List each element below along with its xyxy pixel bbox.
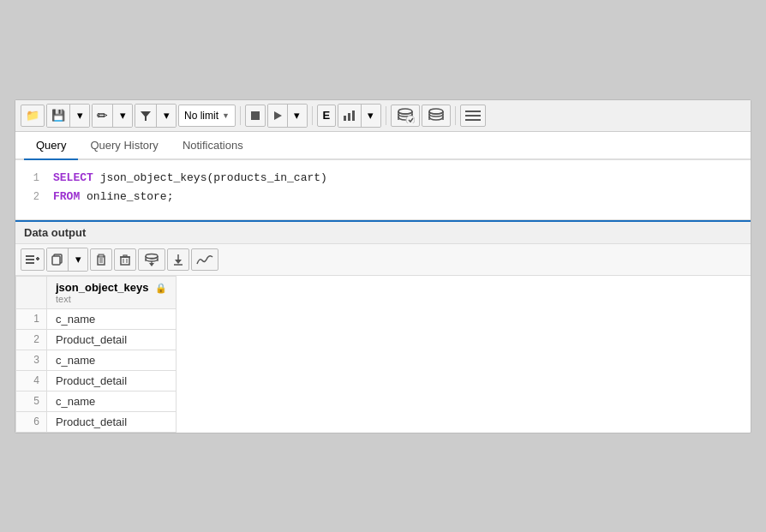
menu-lines-button[interactable]: [460, 105, 486, 127]
line-num-1: 1: [27, 170, 39, 187]
stop-icon: [250, 111, 260, 121]
col-name: json_object_keys: [56, 281, 148, 294]
sql-editor[interactable]: 1 SELECT json_object_keys(products_in_ca…: [15, 160, 751, 220]
main-window: 📁 💾 ▾ ✏ ▾ ▾ No limit ▼: [15, 99, 751, 433]
graph-icon: [196, 254, 213, 266]
explain-button[interactable]: E: [317, 105, 336, 127]
lock-icon: 🔒: [155, 283, 167, 293]
data-table: json_object_keys 🔒 text 1c_name2Product_…: [15, 276, 177, 433]
svg-rect-13: [477, 115, 481, 117]
table-row: 2Product_detail: [16, 329, 177, 350]
run-group: ▾: [267, 104, 308, 128]
db-stack2-icon: [427, 108, 446, 123]
row-number: 5: [16, 391, 47, 411]
tab-notifications[interactable]: Notifications: [171, 132, 255, 160]
svg-rect-3: [344, 116, 346, 121]
copy-button[interactable]: [47, 248, 69, 271]
svg-rect-23: [99, 254, 104, 257]
edit-dropdown-button[interactable]: ▾: [113, 105, 132, 127]
svg-marker-34: [149, 263, 154, 266]
db-stack1-button[interactable]: [391, 105, 420, 127]
copy-icon: [51, 254, 63, 266]
col-type: text: [56, 294, 167, 304]
filter-button[interactable]: [135, 105, 157, 127]
line-1-code: json_object_keys(products_in_cart): [100, 171, 327, 184]
chart-button[interactable]: [338, 105, 362, 127]
paste-icon: [95, 254, 107, 266]
data-table-container: json_object_keys 🔒 text 1c_name2Product_…: [15, 276, 751, 433]
svg-rect-27: [121, 257, 129, 265]
save-group: 💾 ▾: [46, 104, 90, 128]
run-icon: [272, 111, 283, 121]
tab-bar: Query Query History Notifications: [15, 132, 751, 160]
line-1-content: SELECT json_object_keys(products_in_cart…: [53, 169, 327, 188]
keyword-select: SELECT: [53, 171, 93, 184]
chart-icon: [343, 110, 356, 122]
svg-rect-29: [123, 255, 127, 257]
table-row: 4Product_detail: [16, 370, 177, 391]
menu-lines-icon: [465, 110, 481, 122]
table-header-row: json_object_keys 🔒 text: [16, 276, 177, 308]
delete-button[interactable]: [114, 248, 136, 271]
edit-group: ✏ ▾: [92, 104, 133, 128]
table-cell: c_name: [47, 391, 177, 411]
svg-rect-12: [477, 111, 481, 112]
separator-3: [386, 106, 386, 125]
stop-button[interactable]: [245, 105, 266, 127]
open-folder-button[interactable]: 📁: [21, 105, 45, 127]
save-dropdown-button[interactable]: ▾: [70, 105, 89, 127]
limit-dropdown[interactable]: No limit ▼: [178, 105, 236, 127]
editor-line-2: 2 FROM online_store;: [27, 188, 739, 206]
keyword-from: FROM: [53, 190, 80, 203]
table-row: 1c_name: [16, 308, 177, 329]
row-number: 3: [16, 350, 47, 370]
tab-query-history[interactable]: Query History: [78, 132, 170, 160]
db-import-button[interactable]: [138, 248, 165, 271]
db-import-icon: [143, 253, 160, 266]
svg-rect-4: [348, 113, 350, 121]
table-row: 6Product_detail: [16, 411, 177, 432]
row-number: 2: [16, 329, 47, 350]
edit-button[interactable]: ✏: [93, 105, 113, 127]
filter-dropdown-button[interactable]: ▾: [157, 105, 176, 127]
svg-marker-36: [175, 260, 182, 264]
svg-rect-5: [352, 111, 355, 121]
table-cell: Product_detail: [47, 329, 177, 350]
col-header-json-object-keys[interactable]: json_object_keys 🔒 text: [47, 276, 177, 308]
run-button[interactable]: [268, 105, 288, 127]
table-row: 5c_name: [16, 391, 177, 411]
save-button[interactable]: 💾: [47, 105, 70, 127]
run-dropdown-button[interactable]: ▾: [288, 105, 307, 127]
filter-icon: [140, 110, 152, 122]
db-stack1-icon: [396, 108, 415, 123]
line-2-code: online_store;: [87, 190, 173, 203]
row-number: 1: [16, 308, 47, 329]
graph-button[interactable]: [191, 248, 218, 271]
db-stack2-button[interactable]: [422, 105, 451, 127]
row-num-header: [16, 276, 47, 308]
table-cell: c_name: [47, 350, 177, 370]
main-toolbar: 📁 💾 ▾ ✏ ▾ ▾ No limit ▼: [15, 100, 751, 132]
paste-button[interactable]: [90, 248, 112, 271]
copy-group: ▾: [46, 248, 88, 272]
limit-caret-icon: ▼: [222, 111, 230, 120]
add-row-button[interactable]: [21, 248, 45, 271]
svg-rect-14: [477, 119, 481, 121]
line-num-2: 2: [27, 188, 39, 206]
copy-dropdown-button[interactable]: ▾: [69, 248, 87, 271]
download-button[interactable]: [167, 248, 189, 271]
chart-dropdown-button[interactable]: ▾: [362, 105, 380, 127]
svg-rect-16: [26, 259, 34, 260]
tab-query[interactable]: Query: [24, 132, 78, 160]
svg-rect-1: [251, 111, 260, 120]
delete-icon: [119, 254, 131, 266]
data-output-header: Data output: [15, 220, 751, 244]
separator-2: [312, 106, 313, 125]
row-number: 4: [16, 370, 47, 391]
data-toolbar: ▾: [15, 244, 751, 276]
table-cell: Product_detail: [47, 411, 177, 432]
separator-4: [455, 106, 456, 125]
download-icon: [172, 254, 184, 266]
table-cell: c_name: [47, 308, 177, 329]
table-row: 3c_name: [16, 350, 177, 370]
